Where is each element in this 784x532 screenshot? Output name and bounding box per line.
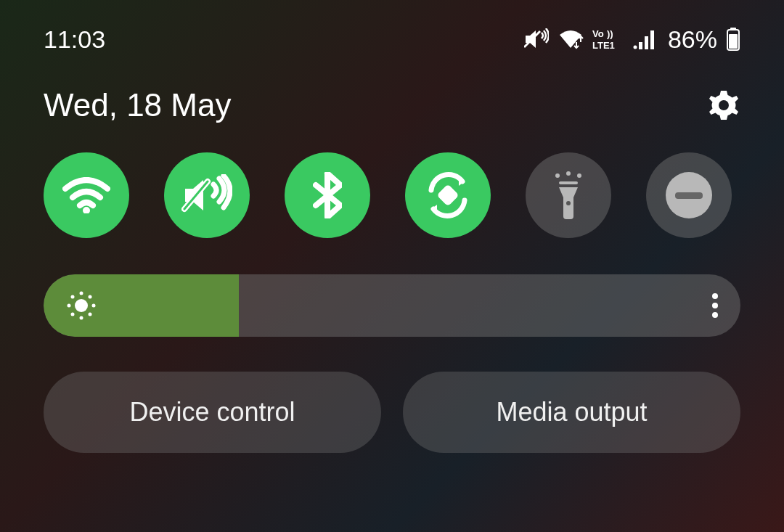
gear-icon <box>707 89 740 122</box>
svg-point-17 <box>577 173 581 178</box>
svg-point-25 <box>68 304 71 308</box>
volte-icon: Vo )) LTE1 <box>592 28 624 50</box>
wifi-status-icon <box>558 29 584 49</box>
svg-point-15 <box>555 173 560 178</box>
svg-point-24 <box>80 316 83 320</box>
date-row: Wed, 18 May <box>0 58 784 123</box>
svg-point-27 <box>71 295 75 299</box>
bluetooth-toggle[interactable] <box>285 152 370 238</box>
sound-toggle[interactable] <box>164 152 250 238</box>
status-time: 11:03 <box>44 25 105 54</box>
status-icons: Vo )) LTE1 86% <box>524 25 740 54</box>
more-vertical-icon <box>711 292 719 319</box>
signal-icon <box>633 29 656 49</box>
device-control-button[interactable]: Device control <box>44 372 381 453</box>
wifi-toggle[interactable] <box>44 152 129 238</box>
wifi-icon <box>62 177 110 213</box>
svg-point-19 <box>566 201 571 205</box>
svg-rect-5 <box>639 42 642 49</box>
mute-vibrate-icon <box>181 174 232 216</box>
brightness-track <box>44 274 740 337</box>
media-output-label: Media output <box>496 397 647 427</box>
svg-point-32 <box>712 303 718 308</box>
svg-rect-14 <box>436 184 459 206</box>
auto-rotate-icon <box>422 170 473 221</box>
quick-toggles <box>0 123 784 238</box>
svg-text:LTE1: LTE1 <box>592 40 615 50</box>
action-buttons: Device control Media output <box>44 372 740 453</box>
svg-text:)): )) <box>607 28 613 39</box>
settings-button[interactable] <box>707 89 740 122</box>
svg-point-29 <box>71 313 75 316</box>
svg-rect-7 <box>650 30 654 49</box>
bluetooth-icon <box>313 172 342 218</box>
svg-rect-21 <box>675 192 703 199</box>
svg-point-16 <box>566 171 571 176</box>
svg-text:Vo: Vo <box>592 28 604 39</box>
flashlight-icon <box>550 171 587 219</box>
status-bar: 11:03 Vo )) LTE1 <box>0 0 784 58</box>
date-text: Wed, 18 May <box>44 87 231 123</box>
device-control-label: Device control <box>129 397 295 427</box>
svg-point-11 <box>83 207 90 213</box>
brightness-slider[interactable] <box>44 274 740 337</box>
brightness-icon <box>65 290 97 322</box>
svg-point-30 <box>89 313 92 316</box>
svg-point-28 <box>89 295 92 299</box>
svg-point-31 <box>712 293 718 299</box>
svg-rect-6 <box>645 36 648 49</box>
svg-point-33 <box>712 312 718 318</box>
vibrate-mute-icon <box>524 28 549 50</box>
dnd-toggle[interactable] <box>646 152 732 238</box>
rotate-toggle[interactable] <box>405 152 491 238</box>
brightness-more-button[interactable] <box>711 292 719 319</box>
media-output-button[interactable]: Media output <box>403 372 740 453</box>
svg-point-26 <box>92 304 96 308</box>
svg-point-22 <box>75 299 88 312</box>
flashlight-toggle[interactable] <box>526 152 611 238</box>
svg-rect-18 <box>559 181 578 184</box>
battery-text: 86% <box>668 25 717 54</box>
battery-icon <box>726 28 740 51</box>
dnd-icon <box>663 170 714 221</box>
svg-rect-10 <box>729 34 738 49</box>
svg-point-4 <box>633 46 637 49</box>
svg-point-23 <box>80 292 83 295</box>
